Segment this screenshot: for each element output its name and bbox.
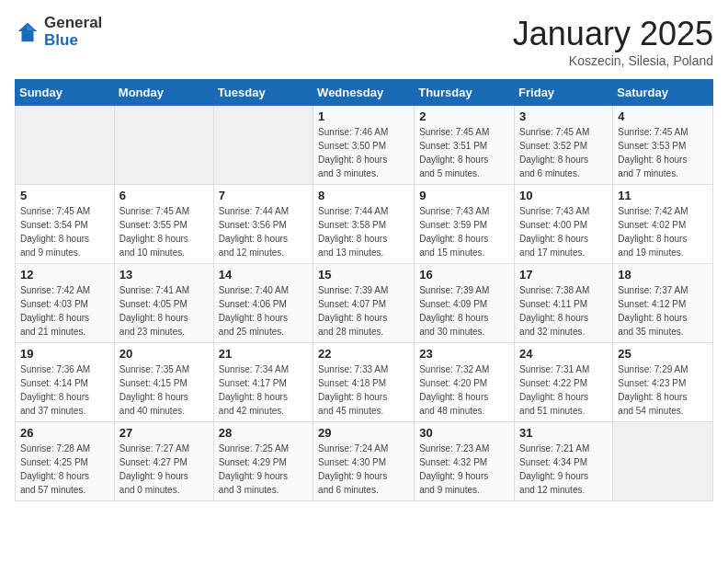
day-detail: Sunrise: 7:39 AMSunset: 4:07 PMDaylight:… [318,283,409,339]
day-detail: Sunrise: 7:46 AMSunset: 3:50 PMDaylight:… [318,125,409,180]
day-detail: Sunrise: 7:45 AMSunset: 3:53 PMDaylight:… [618,125,708,180]
day-cell: 24Sunrise: 7:31 AMSunset: 4:22 PMDayligh… [515,343,613,422]
week-row-4: 19Sunrise: 7:36 AMSunset: 4:14 PMDayligh… [16,343,713,422]
calendar-table: SundayMondayTuesdayWednesdayThursdayFrid… [15,79,713,501]
day-cell: 22Sunrise: 7:33 AMSunset: 4:18 PMDayligh… [313,343,415,422]
day-cell: 7Sunrise: 7:44 AMSunset: 3:56 PMDaylight… [213,185,313,264]
title-block: January 2025 Koszecin, Silesia, Poland [513,15,713,68]
day-cell: 11Sunrise: 7:42 AMSunset: 4:02 PMDayligh… [613,185,713,264]
day-number: 26 [20,426,109,440]
day-detail: Sunrise: 7:43 AMSunset: 4:00 PMDaylight:… [519,204,608,259]
day-number: 29 [318,426,409,440]
day-detail: Sunrise: 7:42 AMSunset: 4:02 PMDaylight:… [618,204,708,259]
day-number: 21 [219,347,308,361]
day-number: 30 [419,426,509,440]
day-number: 10 [519,189,608,202]
logo-text: General Blue [44,15,102,49]
calendar-subtitle: Koszecin, Silesia, Poland [513,53,713,68]
day-number: 13 [119,268,209,282]
day-detail: Sunrise: 7:24 AMSunset: 4:30 PMDaylight:… [318,442,409,497]
day-number: 16 [419,268,509,282]
day-number: 19 [20,347,109,361]
day-cell: 15Sunrise: 7:39 AMSunset: 4:07 PMDayligh… [313,264,415,343]
day-cell: 5Sunrise: 7:45 AMSunset: 3:54 PMDaylight… [16,185,115,264]
header-monday: Monday [114,80,213,106]
header-friday: Friday [515,80,613,106]
day-cell: 6Sunrise: 7:45 AMSunset: 3:55 PMDaylight… [114,185,213,264]
logo-icon [15,19,40,45]
day-number: 28 [219,426,308,440]
day-cell: 10Sunrise: 7:43 AMSunset: 4:00 PMDayligh… [515,185,613,264]
calendar-title: January 2025 [513,15,713,53]
day-detail: Sunrise: 7:29 AMSunset: 4:23 PMDaylight:… [618,362,708,418]
day-cell: 18Sunrise: 7:37 AMSunset: 4:12 PMDayligh… [613,264,713,343]
day-cell: 3Sunrise: 7:45 AMSunset: 3:52 PMDaylight… [515,106,613,185]
day-cell: 16Sunrise: 7:39 AMSunset: 4:09 PMDayligh… [415,264,515,343]
day-detail: Sunrise: 7:45 AMSunset: 3:51 PMDaylight:… [419,125,509,180]
day-cell: 29Sunrise: 7:24 AMSunset: 4:30 PMDayligh… [313,422,415,501]
day-number: 25 [618,347,708,361]
day-detail: Sunrise: 7:42 AMSunset: 4:03 PMDaylight:… [20,283,109,339]
day-cell [213,106,313,185]
day-number: 6 [119,189,209,202]
day-cell: 1Sunrise: 7:46 AMSunset: 3:50 PMDaylight… [313,106,415,185]
day-cell: 13Sunrise: 7:41 AMSunset: 4:05 PMDayligh… [114,264,213,343]
week-row-1: 1Sunrise: 7:46 AMSunset: 3:50 PMDaylight… [16,106,713,185]
day-detail: Sunrise: 7:44 AMSunset: 3:58 PMDaylight:… [318,204,409,259]
day-detail: Sunrise: 7:25 AMSunset: 4:29 PMDaylight:… [219,442,308,497]
day-detail: Sunrise: 7:28 AMSunset: 4:25 PMDaylight:… [20,442,109,497]
day-cell [16,106,115,185]
day-cell: 4Sunrise: 7:45 AMSunset: 3:53 PMDaylight… [613,106,713,185]
day-cell: 17Sunrise: 7:38 AMSunset: 4:11 PMDayligh… [515,264,613,343]
day-detail: Sunrise: 7:45 AMSunset: 3:52 PMDaylight:… [519,125,608,180]
day-detail: Sunrise: 7:35 AMSunset: 4:15 PMDaylight:… [119,362,209,418]
day-number: 31 [519,426,608,440]
day-detail: Sunrise: 7:21 AMSunset: 4:34 PMDaylight:… [519,442,608,497]
logo-blue: Blue [44,32,102,50]
day-number: 9 [419,189,509,202]
day-number: 12 [20,268,109,282]
day-number: 2 [419,109,509,123]
day-number: 8 [318,189,409,202]
day-detail: Sunrise: 7:44 AMSunset: 3:56 PMDaylight:… [219,204,308,259]
day-cell [114,106,213,185]
day-detail: Sunrise: 7:23 AMSunset: 4:32 PMDaylight:… [419,442,509,497]
day-cell: 23Sunrise: 7:32 AMSunset: 4:20 PMDayligh… [415,343,515,422]
day-cell: 19Sunrise: 7:36 AMSunset: 4:14 PMDayligh… [16,343,115,422]
day-cell: 27Sunrise: 7:27 AMSunset: 4:27 PMDayligh… [114,422,213,501]
day-cell: 25Sunrise: 7:29 AMSunset: 4:23 PMDayligh… [613,343,713,422]
day-number: 24 [519,347,608,361]
header-tuesday: Tuesday [213,80,313,106]
day-number: 14 [219,268,308,282]
day-cell: 30Sunrise: 7:23 AMSunset: 4:32 PMDayligh… [415,422,515,501]
day-detail: Sunrise: 7:34 AMSunset: 4:17 PMDaylight:… [219,362,308,418]
header-saturday: Saturday [613,80,713,106]
header-thursday: Thursday [415,80,515,106]
day-detail: Sunrise: 7:37 AMSunset: 4:12 PMDaylight:… [618,283,708,339]
day-detail: Sunrise: 7:33 AMSunset: 4:18 PMDaylight:… [318,362,409,418]
day-detail: Sunrise: 7:43 AMSunset: 3:59 PMDaylight:… [419,204,509,259]
day-number: 20 [119,347,209,361]
day-cell [613,422,713,501]
day-cell: 20Sunrise: 7:35 AMSunset: 4:15 PMDayligh… [114,343,213,422]
day-number: 18 [618,268,708,282]
day-detail: Sunrise: 7:41 AMSunset: 4:05 PMDaylight:… [119,283,209,339]
day-detail: Sunrise: 7:45 AMSunset: 3:55 PMDaylight:… [119,204,209,259]
day-number: 3 [519,109,608,123]
day-number: 17 [519,268,608,282]
day-detail: Sunrise: 7:40 AMSunset: 4:06 PMDaylight:… [219,283,308,339]
day-detail: Sunrise: 7:36 AMSunset: 4:14 PMDaylight:… [20,362,109,418]
day-cell: 14Sunrise: 7:40 AMSunset: 4:06 PMDayligh… [213,264,313,343]
day-number: 23 [419,347,509,361]
week-row-5: 26Sunrise: 7:28 AMSunset: 4:25 PMDayligh… [16,422,713,501]
day-number: 15 [318,268,409,282]
day-cell: 12Sunrise: 7:42 AMSunset: 4:03 PMDayligh… [16,264,115,343]
day-cell: 8Sunrise: 7:44 AMSunset: 3:58 PMDaylight… [313,185,415,264]
day-cell: 21Sunrise: 7:34 AMSunset: 4:17 PMDayligh… [213,343,313,422]
day-number: 4 [618,109,708,123]
logo: General Blue [15,15,102,49]
day-cell: 9Sunrise: 7:43 AMSunset: 3:59 PMDaylight… [415,185,515,264]
header-wednesday: Wednesday [313,80,415,106]
week-row-2: 5Sunrise: 7:45 AMSunset: 3:54 PMDaylight… [16,185,713,264]
week-row-3: 12Sunrise: 7:42 AMSunset: 4:03 PMDayligh… [16,264,713,343]
